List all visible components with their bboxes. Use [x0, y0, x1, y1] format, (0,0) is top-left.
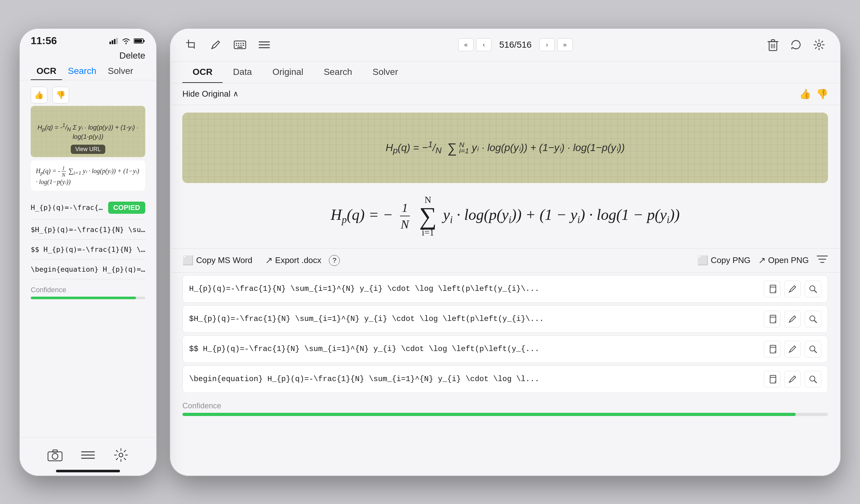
- svg-point-39: [817, 43, 821, 46]
- search-row-button[interactable]: [805, 311, 821, 327]
- formula-image-phone: Hp(q) = -1/N Σ yᵢ · log(p(yᵢ)) + (1-yᵢ) …: [31, 106, 145, 157]
- desktop-tab-data[interactable]: Data: [223, 62, 262, 83]
- copy-row-button[interactable]: [764, 371, 780, 388]
- formula-row-text: $H_{p}(q)=-\frac{1}{N} \sum_{i=1}^{N} y_…: [189, 315, 760, 323]
- settings-button[interactable]: [810, 36, 828, 54]
- page-first-button[interactable]: «: [458, 39, 474, 51]
- search-icon: [808, 345, 817, 354]
- formula-list-item[interactable]: $$ H_{p}(q)=-\frac{1}{N} \sum_{i=1}^{N} …: [31, 240, 145, 260]
- svg-rect-17: [186, 42, 195, 43]
- rendered-formula-desktop: Hp(q) = − 1 N N ∑ i=1 yi · log(p(yi)) + …: [330, 195, 679, 238]
- formula-row[interactable]: \begin{equation} H_{p}(q)=-\frac{1}{N} \…: [182, 365, 828, 393]
- bottom-tab-camera[interactable]: [45, 445, 64, 465]
- confidence-label-desktop: Confidence: [182, 401, 828, 410]
- svg-line-45: [814, 290, 816, 292]
- edit-row-button[interactable]: [784, 341, 801, 357]
- svg-rect-22: [238, 43, 239, 44]
- svg-rect-14: [188, 40, 189, 47]
- open-png-button[interactable]: ↗ Open PNG: [758, 253, 809, 268]
- keyboard-icon: [233, 40, 246, 50]
- svg-rect-26: [238, 45, 239, 46]
- desktop-panel: « ‹ 516/516 › »: [170, 28, 841, 476]
- svg-rect-52: [770, 377, 776, 383]
- page-prev-button[interactable]: ‹: [476, 39, 491, 51]
- tab-ocr[interactable]: OCR: [31, 63, 62, 80]
- phone-header: Delete: [19, 47, 157, 63]
- formula-list-item[interactable]: H_{p}(q)=-\frac{1}{N} \sum_{i=1... COPIE…: [31, 196, 145, 220]
- svg-rect-1: [112, 40, 113, 44]
- trash-icon: [767, 39, 779, 51]
- svg-rect-27: [240, 45, 242, 46]
- confidence-section-phone: Confidence: [31, 286, 145, 299]
- edit-icon: [788, 345, 797, 354]
- copy-ms-word-button[interactable]: ⬜ Copy MS Word: [182, 253, 253, 268]
- phone-status-bar: 11:56: [19, 28, 157, 47]
- handwritten-formula-desktop: Hp(q) = −1/N ∑Ni=1 yᵢ · log(p(yᵢ)) + (1−…: [379, 133, 631, 162]
- keyboard-tool-button[interactable]: [231, 36, 249, 54]
- formula-row[interactable]: $$ H_{p}(q)=-\frac{1}{N} \sum_{i=1}^{N} …: [182, 335, 828, 363]
- edit-row-button[interactable]: [784, 311, 801, 327]
- hamburger-icon: [259, 40, 270, 49]
- camera-icon: [47, 449, 63, 461]
- copy-png-button[interactable]: ⬜ Copy PNG: [697, 253, 750, 268]
- tab-solver[interactable]: Solver: [102, 63, 139, 80]
- search-row-button[interactable]: [805, 371, 821, 388]
- desktop-tab-solver[interactable]: Solver: [362, 62, 408, 83]
- formula-rows: H_{p}(q)=-\frac{1}{N} \sum_{i=1}^{N} y_{…: [182, 275, 828, 395]
- edit-icon: [788, 285, 797, 293]
- svg-point-8: [52, 453, 58, 459]
- copy-row-button[interactable]: [764, 341, 780, 357]
- search-icon: [808, 315, 817, 323]
- desktop-tab-search[interactable]: Search: [314, 62, 362, 83]
- copy-row-button[interactable]: [764, 280, 780, 297]
- phone-time: 11:56: [31, 35, 57, 47]
- desktop-tab-original[interactable]: Original: [262, 62, 313, 83]
- copy-icon: [768, 285, 776, 293]
- desktop-thumbs-down[interactable]: 👎: [816, 88, 828, 100]
- svg-rect-15: [188, 47, 195, 48]
- desktop-tab-ocr[interactable]: OCR: [182, 62, 223, 83]
- trash-button[interactable]: [764, 36, 782, 54]
- edit-icon: [788, 375, 797, 384]
- page-last-button[interactable]: »: [557, 39, 573, 51]
- search-icon: [808, 285, 817, 293]
- delete-button[interactable]: Delete: [119, 51, 145, 61]
- filter-icon: [816, 254, 828, 264]
- help-button[interactable]: ?: [329, 253, 340, 269]
- crop-tool-button[interactable]: [182, 36, 200, 54]
- confidence-bar-fill-desktop: [182, 413, 796, 416]
- phone-container: 11:56: [19, 28, 157, 476]
- formula-row[interactable]: $H_{p}(q)=-\frac{1}{N} \sum_{i=1}^{N} y_…: [182, 305, 828, 333]
- page-next-button[interactable]: ›: [540, 39, 555, 51]
- view-url-badge[interactable]: View URL: [71, 145, 105, 154]
- filter-button[interactable]: [816, 254, 828, 267]
- hide-original-button[interactable]: Hide Original ∧: [182, 89, 239, 99]
- export-docx-button[interactable]: ↗ Export .docx: [265, 253, 321, 268]
- svg-rect-43: [770, 287, 776, 293]
- edit-row-button[interactable]: [784, 371, 801, 388]
- toolbar-right-icons: [764, 36, 828, 54]
- bottom-tab-menu[interactable]: [78, 445, 98, 465]
- page-count: 516/516: [494, 40, 536, 50]
- search-row-button[interactable]: [805, 280, 821, 297]
- thumbs-down-button[interactable]: 👎: [53, 87, 69, 103]
- refresh-button[interactable]: [787, 36, 805, 54]
- formula-row[interactable]: H_{p}(q)=-\frac{1}{N} \sum_{i=1}^{N} y_{…: [182, 275, 828, 303]
- svg-rect-2: [114, 39, 115, 44]
- copy-row-button[interactable]: [764, 311, 780, 327]
- thumbs-up-button[interactable]: 👍: [31, 87, 47, 103]
- edit-row-button[interactable]: [784, 280, 801, 297]
- tab-search[interactable]: Search: [62, 63, 102, 80]
- menu-tool-button[interactable]: [255, 36, 273, 54]
- formula-list-item[interactable]: \begin{equation} H_{p}(q)=-\frac{1}{N} \…: [31, 260, 145, 279]
- formula-list-item[interactable]: $H_{p}(q)=-\frac{1}{N} \sum_{i=1}^{N} y_…: [31, 220, 145, 240]
- bottom-tab-settings[interactable]: [111, 445, 130, 465]
- copy-ms-word-label: Copy MS Word: [196, 255, 253, 265]
- desktop-toolbar: « ‹ 516/516 › »: [170, 28, 841, 62]
- pen-tool-button[interactable]: [207, 36, 225, 54]
- desktop-thumbs-up[interactable]: 👍: [799, 88, 811, 100]
- search-row-button[interactable]: [805, 341, 821, 357]
- phone-status-icons: [110, 38, 145, 44]
- svg-rect-28: [243, 45, 244, 46]
- export-docx-label: Export .docx: [275, 255, 321, 265]
